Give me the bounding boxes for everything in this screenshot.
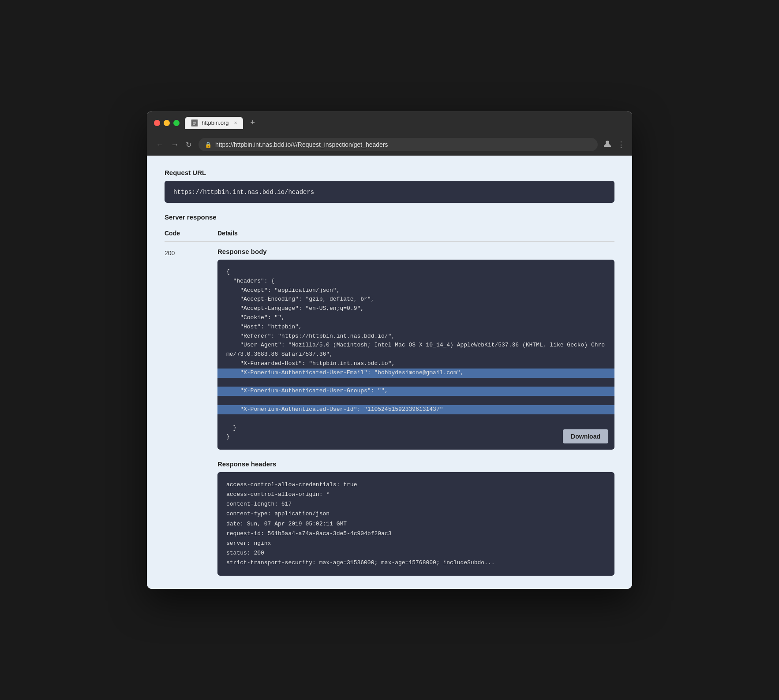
page-content: Request URL https://httpbin.int.nas.bdd.… [147, 156, 632, 589]
tab-favicon [191, 119, 198, 127]
request-url-label: Request URL [165, 169, 614, 176]
tab-close-icon[interactable]: × [234, 120, 237, 126]
svg-rect-3 [193, 124, 195, 125]
browser-window: httpbin.org × + ← → ↻ 🔒 https://httpbin.… [147, 111, 632, 589]
response-headers-code-block: access-control-allow-credentials: true a… [217, 472, 614, 576]
menu-icon[interactable]: ⋮ [617, 140, 625, 149]
browser-actions: ⋮ [603, 139, 625, 150]
highlighted-userid-line: "X-Pomerium-Authenticated-User-Id": "110… [217, 405, 614, 414]
close-button[interactable] [154, 120, 160, 126]
response-headers-label: Response headers [217, 460, 614, 468]
response-headers-pre: access-control-allow-credentials: true a… [226, 480, 606, 568]
response-body-section: Response body { "headers": { "Accept": "… [217, 248, 614, 576]
response-code: 200 [165, 248, 217, 257]
traffic-lights [154, 120, 180, 126]
url-bar[interactable]: 🔒 https://httpbin.int.nas.bdd.io/#/Reque… [198, 138, 598, 151]
response-body-pre: { "headers": { "Accept": "application/js… [226, 268, 606, 442]
svg-rect-1 [193, 122, 196, 123]
minimize-button[interactable] [164, 120, 170, 126]
download-button[interactable]: Download [563, 429, 608, 443]
forward-button[interactable]: → [169, 138, 180, 151]
url-display-box: https://httpbin.int.nas.bdd.io/headers [165, 181, 614, 203]
tab-bar: httpbin.org × + [185, 116, 625, 129]
svg-rect-2 [193, 123, 196, 123]
nav-buttons: ← → ↻ [154, 138, 193, 151]
tab-title: httpbin.org [202, 119, 228, 126]
back-button[interactable]: ← [154, 138, 165, 151]
address-bar: ← → ↻ 🔒 https://httpbin.int.nas.bdd.io/#… [147, 134, 632, 156]
response-table-header: Code Details [165, 227, 614, 242]
server-response-label: Server response [165, 213, 614, 221]
response-headers-section: Response headers access-control-allow-cr… [217, 460, 614, 576]
new-tab-button[interactable]: + [247, 116, 258, 129]
response-body-code-block: { "headers": { "Accept": "application/js… [217, 260, 614, 450]
response-body-label: Response body [217, 248, 614, 255]
request-url-section: Request URL https://httpbin.int.nas.bdd.… [165, 169, 614, 203]
profile-icon[interactable] [603, 139, 612, 150]
highlighted-groups-line: "X-Pomerium-Authenticated-User-Groups": … [217, 387, 614, 396]
active-tab[interactable]: httpbin.org × [185, 117, 243, 129]
code-col-header: Code [165, 230, 217, 237]
lock-icon: 🔒 [205, 141, 212, 148]
highlighted-email-line: "X-Pomerium-Authenticated-User-Email": "… [217, 369, 614, 378]
details-col-header: Details [217, 230, 238, 237]
title-bar: httpbin.org × + [147, 111, 632, 134]
reload-button[interactable]: ↻ [184, 139, 193, 151]
response-row: 200 Response body { "headers": { "Accept… [165, 248, 614, 576]
server-response-section: Server response Code Details 200 Respons… [165, 213, 614, 576]
url-text: https://httpbin.int.nas.bdd.io/#/Request… [215, 141, 592, 148]
maximize-button[interactable] [173, 120, 180, 126]
request-url-value: https://httpbin.int.nas.bdd.io/headers [173, 189, 314, 196]
svg-point-4 [606, 141, 609, 144]
